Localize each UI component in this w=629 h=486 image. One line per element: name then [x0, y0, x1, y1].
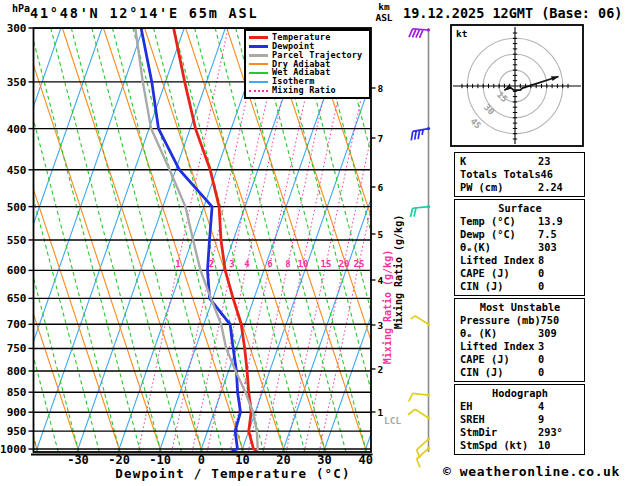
x-axis-label: Dewpoint / Temperature (°C): [88, 466, 378, 481]
mixing-ratio-value-label: 2: [209, 259, 214, 269]
panel-row-value: 303: [538, 241, 580, 254]
panel-row-value: 4: [538, 400, 580, 413]
panel-row-value: 0: [538, 353, 580, 366]
wind-barb-station-dot: [427, 393, 430, 396]
panel-section-hodograph: HodographEH4SREH9StmDir293°StmSpd (kt)10: [454, 384, 585, 455]
mixing-ratio-value-label: 15: [321, 259, 332, 269]
pressure-tick-label: 800: [7, 365, 27, 378]
wind-barb-station-dot: [427, 447, 430, 450]
temp-tick-label: -20: [108, 453, 130, 467]
panel-row-value: 0: [538, 280, 580, 293]
panel-row-value: 46: [541, 168, 583, 181]
wind-barb-station-dot: [427, 323, 430, 326]
panel-row-label: K: [460, 155, 538, 168]
panel-row-value: 7.5: [538, 228, 580, 241]
panel-row-label: CAPE (J): [460, 353, 538, 366]
panel-row-value: 8: [538, 254, 580, 267]
panel-row: θₑ (K)309: [460, 327, 580, 340]
panel-section-header: Hodograph: [460, 387, 580, 400]
copyright-text: © weatheronline.co.uk: [443, 464, 620, 479]
wind-barb-station-dot: [427, 437, 430, 440]
panel-row-value: 0: [538, 267, 580, 280]
panel-section-most-unstable: Most UnstablePressure (mb)750θₑ (K)309Li…: [454, 298, 585, 382]
datetime-title: 19.12.2025 12GMT (Base: 06): [403, 5, 622, 21]
legend-line-sample: [249, 54, 268, 57]
panel-row-label: SREH: [460, 413, 538, 426]
panel-row-value: 10: [538, 439, 580, 452]
panel-row-value: 293°: [538, 426, 580, 439]
pressure-tick-label: 600: [7, 264, 27, 277]
legend-line-sample: [249, 81, 268, 83]
mixing-ratio-axis-label-pink: Mixing Ratio (g/kg): [382, 250, 393, 364]
panel-row: PW (cm)2.24: [460, 181, 580, 194]
lcl-label: LCL: [384, 415, 401, 426]
height-tick-label: 7: [378, 133, 384, 144]
wind-barb: [409, 29, 429, 39]
panel-section-indices: K23Totals Totals46PW (cm)2.24: [454, 152, 585, 197]
panel-row: Temp (°C)13.9: [460, 215, 580, 228]
panel-row-label: Lifted Index: [460, 340, 538, 353]
temp-tick-label: 20: [276, 453, 290, 467]
wind-barb-station-dot: [427, 127, 430, 130]
panel-row-label: θₑ(K): [460, 241, 538, 254]
wind-barb: [414, 439, 434, 458]
panel-section-surface: SurfaceTemp (°C)13.9Dewp (°C)7.5θₑ(K)303…: [454, 199, 585, 296]
temp-tick-label: -30: [67, 453, 89, 467]
wind-barb-station-dot: [427, 416, 430, 419]
panel-row: EH4: [460, 400, 580, 413]
panel-row: SREH9: [460, 413, 580, 426]
temp-tick-label: 10: [235, 453, 249, 467]
mixing-ratio-value-label: 1: [175, 259, 180, 269]
pressure-tick-label: 500: [7, 201, 27, 214]
panel-row-label: Pressure (mb): [460, 314, 541, 327]
temp-tick-label: -10: [149, 453, 171, 467]
panel-row-value: 0: [538, 366, 580, 379]
panel-section-header: Most Unstable: [460, 301, 580, 314]
panel-row: CIN (J)0: [460, 366, 580, 379]
mixing-ratio-value-label: 8: [285, 259, 290, 269]
mixing-ratio-value-label: 3: [229, 259, 234, 269]
height-axis-unit-km: km: [369, 1, 399, 12]
panel-row-value: 13.9: [538, 215, 580, 228]
mixing-ratio-value-label: 10: [298, 259, 309, 269]
panel-row-label: CIN (J): [460, 280, 538, 293]
panel-row: CAPE (J)0: [460, 353, 580, 366]
legend-line-sample: [249, 63, 268, 65]
panel-row: Pressure (mb)750: [460, 314, 580, 327]
panel-section-header: Surface: [460, 202, 580, 215]
panel-row-label: θₑ (K): [460, 327, 538, 340]
wind-barb: [410, 207, 430, 217]
wind-barb-station-dot: [427, 205, 430, 208]
height-tick-label: 5: [378, 229, 384, 240]
panel-row: CIN (J)0: [460, 280, 580, 293]
panel-row-label: StmSpd (kt): [460, 439, 538, 452]
station-title: 41°48'N 12°14'E 65m ASL: [30, 5, 258, 21]
pressure-tick-label: 650: [7, 292, 27, 305]
panel-row-label: CIN (J): [460, 366, 538, 379]
panel-row: StmSpd (kt)10: [460, 439, 580, 452]
pressure-tick-label: 550: [7, 234, 27, 247]
panel-row-value: 750: [541, 314, 583, 327]
legend-line-sample: [249, 36, 268, 39]
panel-row-label: PW (cm): [460, 181, 538, 194]
panel-row-label: StmDir: [460, 426, 538, 439]
mixing-ratio-axis-label: Mixing Ratio (g/kg): [393, 215, 404, 329]
wind-barb: [410, 129, 430, 141]
pressure-tick-label: 400: [7, 123, 27, 136]
height-axis-unit: km ASL: [369, 1, 399, 23]
panel-row-value: 2.24: [538, 181, 580, 194]
panel-row-value: 23: [538, 155, 580, 168]
temp-tick-label: 40: [358, 453, 372, 467]
pressure-tick-label: 450: [7, 164, 27, 177]
mixing-ratio-value-label: 4: [244, 259, 250, 269]
panel-row: K23: [460, 155, 580, 168]
mixing-ratio-value-label: 6: [267, 259, 272, 269]
legend-line-sample: [249, 90, 268, 92]
height-tick-label: 8: [378, 83, 384, 94]
panel-row-label: CAPE (J): [460, 267, 538, 280]
mixing-ratio-value-label: 25: [354, 259, 365, 269]
temp-tick-label: 0: [198, 453, 205, 467]
wind-barb-station-dot: [427, 28, 430, 31]
pressure-tick-label: 300: [7, 22, 27, 35]
panel-row: Lifted Index8: [460, 254, 580, 267]
